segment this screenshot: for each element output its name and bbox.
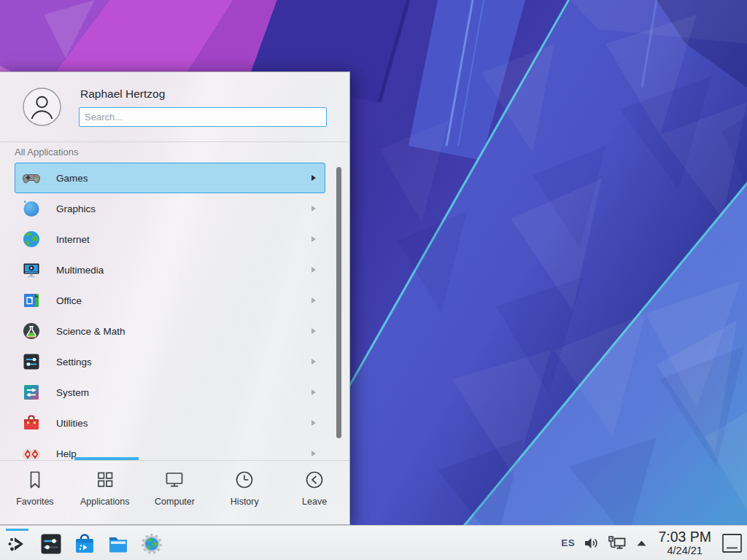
category-label: Office xyxy=(56,295,82,306)
submenu-arrow-icon xyxy=(311,175,316,181)
toolbox-icon xyxy=(22,413,41,432)
submenu-arrow-icon xyxy=(311,359,316,365)
media-player-icon xyxy=(22,260,41,279)
category-list: Games Graphics xyxy=(15,163,325,460)
submenu-arrow-icon xyxy=(311,298,316,303)
section-label: All Applications xyxy=(15,147,78,158)
discover-bag-icon[interactable] xyxy=(73,532,96,556)
file-manager-icon[interactable] xyxy=(107,532,130,556)
category-label: Multimedia xyxy=(56,265,104,276)
taskbar-panel: ES 7:03 PM 4/24/21 xyxy=(0,525,747,560)
category-row-graphics[interactable]: Graphics xyxy=(15,193,325,224)
tab-applications[interactable]: Applications xyxy=(70,461,140,525)
clock-time: 7:03 PM xyxy=(658,530,711,545)
monitor-icon xyxy=(163,469,185,491)
tab-label: Applications xyxy=(80,497,129,507)
lifebuoy-icon xyxy=(22,444,41,460)
submenu-arrow-icon xyxy=(311,267,316,273)
category-row-system[interactable]: System xyxy=(15,377,325,408)
header-divider xyxy=(0,141,349,142)
app-launcher-icon[interactable] xyxy=(6,532,29,556)
tab-leave[interactable]: Leave xyxy=(279,461,349,525)
system-tray: ES 7:03 PM 4/24/21 xyxy=(561,526,743,560)
sliders-color-icon xyxy=(22,383,41,402)
submenu-arrow-icon xyxy=(311,236,316,242)
category-label: Help xyxy=(56,448,77,459)
user-name: Raphael Hertzog xyxy=(80,88,165,101)
category-row-help[interactable]: Help xyxy=(15,438,325,460)
submenu-arrow-icon xyxy=(311,451,316,456)
flask-icon xyxy=(22,322,41,341)
tab-label: Leave xyxy=(302,497,327,507)
menu-tab-bar: Favorites Applications C xyxy=(0,461,349,525)
taskbar-launchers xyxy=(6,526,163,560)
user-avatar[interactable] xyxy=(23,88,61,126)
volume-icon[interactable] xyxy=(584,536,599,551)
graphics-sphere-icon xyxy=(22,199,41,218)
category-label: System xyxy=(56,387,89,398)
category-label: Games xyxy=(56,173,88,184)
bookmark-icon xyxy=(24,469,46,491)
submenu-arrow-icon xyxy=(311,206,316,211)
category-row-internet[interactable]: Internet xyxy=(15,224,325,254)
sliders-dark-icon xyxy=(22,352,41,371)
expand-tray-icon[interactable] xyxy=(635,540,648,547)
digital-clock[interactable]: 7:03 PM 4/24/21 xyxy=(658,530,711,556)
menu-header: Raphael Hertzog xyxy=(0,72,349,141)
clock-date: 4/24/21 xyxy=(658,545,711,556)
application-launcher-menu: Raphael Hertzog All Applications xyxy=(0,71,350,525)
list-scrollbar[interactable] xyxy=(336,167,341,438)
submenu-arrow-icon xyxy=(311,420,316,426)
gamepad-icon xyxy=(22,168,41,187)
category-row-games[interactable]: Games xyxy=(15,163,325,193)
category-row-utilities[interactable]: Utilities xyxy=(15,408,325,438)
tab-label: History xyxy=(231,497,259,507)
tab-history[interactable]: History xyxy=(209,461,279,525)
globe-icon xyxy=(22,230,41,249)
network-icon[interactable] xyxy=(608,535,627,551)
system-settings-icon[interactable] xyxy=(39,532,63,556)
desktop: Raphael Hertzog All Applications xyxy=(0,0,747,560)
tab-favorites[interactable]: Favorites xyxy=(0,461,70,525)
tab-label: Computer xyxy=(155,497,195,507)
search-input[interactable] xyxy=(79,107,327,127)
office-docs-icon xyxy=(22,291,41,310)
category-label: Settings xyxy=(56,357,92,368)
category-label: Graphics xyxy=(56,203,96,214)
keyboard-layout-indicator[interactable]: ES xyxy=(561,537,575,548)
category-label: Internet xyxy=(56,234,90,245)
submenu-arrow-icon xyxy=(311,328,316,334)
category-label: Utilities xyxy=(56,418,88,429)
category-label: Science & Math xyxy=(56,326,125,337)
tab-label: Favorites xyxy=(16,497,53,507)
app-grid-icon xyxy=(94,469,116,491)
web-browser-icon[interactable] xyxy=(140,532,163,556)
clock-icon xyxy=(233,469,255,491)
tab-computer[interactable]: Computer xyxy=(140,461,210,525)
category-row-office[interactable]: Office xyxy=(15,285,325,316)
category-row-multimedia[interactable]: Multimedia xyxy=(15,254,325,285)
category-row-science[interactable]: Science & Math xyxy=(15,316,325,346)
leave-circle-icon xyxy=(303,469,325,491)
submenu-arrow-icon xyxy=(311,389,316,395)
show-desktop-icon[interactable] xyxy=(721,533,743,553)
category-row-settings[interactable]: Settings xyxy=(15,346,325,377)
